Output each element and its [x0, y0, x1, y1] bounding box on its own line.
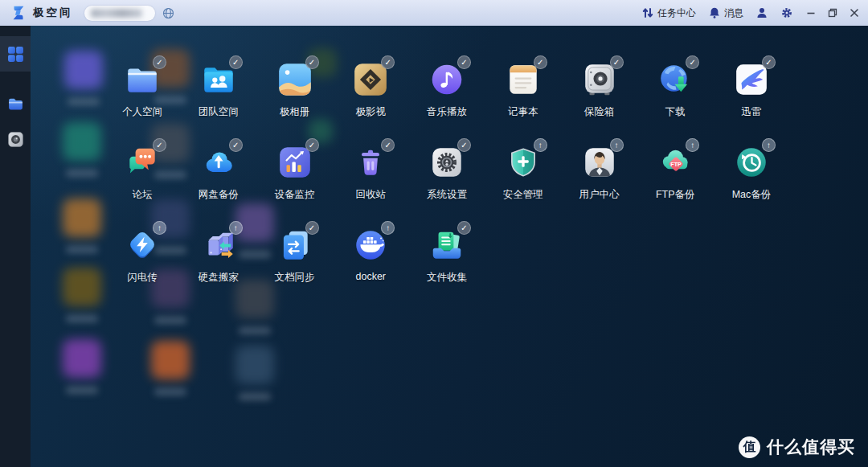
- messages-label: 消息: [724, 6, 743, 20]
- censored-app-icon: [235, 280, 274, 318]
- sidebar-item-files[interactable]: [0, 86, 31, 121]
- app-notepad[interactable]: ✓记事本: [487, 61, 559, 119]
- censored-app-label: [68, 98, 100, 105]
- app-device-monitor[interactable]: ✓设备监控: [259, 144, 331, 202]
- censored-app-icon: [63, 339, 101, 378]
- censored-app-label: [66, 315, 98, 322]
- movies-icon: ✓: [352, 61, 389, 98]
- app-system-settings[interactable]: ✓系统设置: [411, 144, 483, 202]
- installed-check-badge: ✓: [305, 55, 319, 69]
- minimize-button[interactable]: [805, 7, 817, 18]
- installed-check-badge: ✓: [686, 55, 699, 69]
- app-label: 闪电传: [106, 271, 178, 285]
- app-safe-box[interactable]: ✓保险箱: [563, 61, 636, 119]
- personal-folder-icon: ✓: [124, 61, 161, 98]
- app-label: 系统设置: [411, 188, 483, 202]
- app-docker[interactable]: ↑docker: [334, 227, 407, 282]
- installed-check-badge: ✓: [381, 55, 395, 69]
- app-movies[interactable]: ✓极影视: [334, 61, 407, 119]
- app-xunlei[interactable]: ✓迅雷: [715, 61, 788, 119]
- censored-app-label: [154, 388, 186, 395]
- app-label: 极相册: [259, 105, 331, 119]
- app-title: 极空间: [33, 6, 73, 20]
- sidebar-item-surveillance[interactable]: [0, 121, 31, 157]
- app-label: Mac备份: [715, 188, 788, 202]
- monitor-icon: ✓: [276, 144, 313, 181]
- censored-app-label: [66, 170, 98, 177]
- update-arrow-badge: ↑: [381, 221, 395, 235]
- app-label: 文件收集: [411, 271, 483, 285]
- docker-icon: ↑: [352, 227, 389, 264]
- app-recycle-bin[interactable]: ✓回收站: [334, 144, 407, 202]
- sidebar-item-apps[interactable]: [0, 36, 31, 72]
- app-doc-sync[interactable]: ✓文档同步: [259, 227, 331, 285]
- user-account-button[interactable]: [755, 6, 768, 19]
- settings-button[interactable]: [780, 6, 793, 19]
- app-label: 论坛: [106, 188, 178, 202]
- installed-check-badge: ✓: [762, 55, 776, 69]
- app-label: 音乐播放: [411, 105, 483, 119]
- photos-icon: ✓: [276, 61, 313, 98]
- forum-icon: ✓: [124, 144, 161, 181]
- notepad-icon: ✓: [505, 61, 542, 98]
- update-arrow-badge: ↑: [229, 221, 243, 235]
- censored-app-icon: [63, 199, 101, 237]
- app-label: 硬盘搬家: [182, 271, 255, 285]
- app-label: 用户中心: [563, 188, 636, 202]
- music-icon: ✓: [428, 61, 465, 98]
- task-center-label: 任务中心: [657, 6, 696, 20]
- installed-check-badge: ✓: [305, 221, 319, 235]
- mac-backup-icon: ↑: [733, 144, 770, 181]
- app-lightning-transfer[interactable]: ↑闪电传: [106, 227, 178, 285]
- app-label: 团队空间: [182, 105, 255, 119]
- app-download[interactable]: ✓下载: [639, 61, 711, 119]
- close-icon: [849, 7, 860, 18]
- user-icon: [755, 6, 768, 19]
- messages-button[interactable]: 消息: [708, 6, 743, 20]
- team-folder-icon: ✓: [200, 61, 237, 98]
- installed-check-badge: ✓: [229, 55, 243, 69]
- app-label: 记事本: [487, 105, 559, 119]
- installed-check-badge: ✓: [153, 138, 166, 152]
- disk-move-icon: ↑: [200, 227, 237, 264]
- app-label: 保险箱: [563, 105, 636, 119]
- username-pill-censored[interactable]: [84, 6, 155, 21]
- app-personal-space[interactable]: ✓个人空间: [106, 61, 178, 119]
- app-music-player[interactable]: ✓音乐播放: [411, 61, 483, 119]
- censored-app-label: [239, 393, 271, 400]
- app-forum[interactable]: ✓论坛: [106, 144, 178, 202]
- app-ftp-backup[interactable]: FTP↑FTP备份: [639, 144, 711, 202]
- safe-icon: ✓: [581, 61, 618, 98]
- titlebar: 极空间 任务中心: [0, 0, 868, 26]
- app-label: 回收站: [334, 188, 407, 202]
- globe-icon[interactable]: [162, 7, 174, 19]
- zspace-logo-icon: [10, 4, 27, 22]
- app-cloud-backup[interactable]: ✓网盘备份: [182, 144, 255, 202]
- task-center-button[interactable]: 任务中心: [641, 6, 696, 20]
- app-mac-backup[interactable]: ↑Mac备份: [715, 144, 788, 202]
- svg-text:FTP: FTP: [671, 162, 682, 168]
- app-team-space[interactable]: ✓团队空间: [182, 61, 255, 119]
- app-label: 个人空间: [106, 105, 178, 119]
- sidebar: [0, 26, 31, 467]
- update-arrow-badge: ↑: [686, 138, 699, 152]
- folder-icon: [7, 96, 24, 113]
- installed-check-badge: ✓: [534, 55, 547, 69]
- installed-check-badge: ✓: [305, 138, 319, 152]
- apps-grid-icon: [7, 46, 24, 63]
- download-icon: ✓: [657, 61, 694, 98]
- app-disk-migrate[interactable]: ↑硬盘搬家: [182, 227, 255, 285]
- maximize-button[interactable]: [827, 7, 838, 18]
- app-user-center[interactable]: ↑用户中心: [563, 144, 636, 202]
- censored-app-icon: [151, 341, 190, 379]
- censored-app-label: [66, 246, 98, 253]
- security-icon: ↑: [505, 144, 542, 181]
- app-security-manage[interactable]: ↑安全管理: [487, 144, 559, 202]
- app-file-collect[interactable]: ✓文件收集: [411, 227, 483, 285]
- app-window: 极空间 任务中心: [0, 0, 868, 467]
- app-photos[interactable]: ✓极相册: [259, 61, 331, 119]
- close-button[interactable]: [849, 7, 860, 18]
- app-label: 迅雷: [715, 105, 788, 119]
- task-center-icon: [641, 6, 654, 19]
- installed-check-badge: ✓: [229, 138, 243, 152]
